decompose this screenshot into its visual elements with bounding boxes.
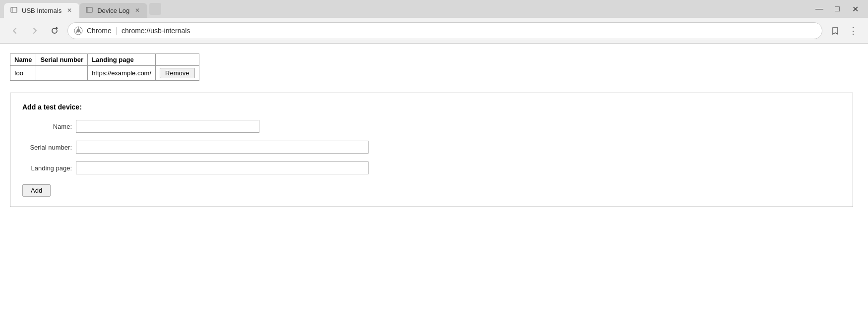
landing-input[interactable] bbox=[76, 161, 369, 174]
device-table: Name Serial number Landing page foo http… bbox=[10, 53, 199, 81]
minimize-button[interactable]: — bbox=[814, 4, 824, 13]
tab-icon-device-log bbox=[85, 6, 93, 14]
tab-icon-usb-internals bbox=[10, 6, 18, 14]
bookmark-button[interactable] bbox=[828, 24, 842, 38]
cell-name: foo bbox=[10, 66, 36, 81]
menu-button[interactable]: ⋮ bbox=[846, 24, 860, 38]
cell-landing: https://example.com/ bbox=[88, 66, 156, 81]
url-brand-label: Chrome bbox=[87, 27, 112, 35]
cell-action: Remove bbox=[156, 66, 199, 81]
tab-usb-internals-close[interactable]: ✕ bbox=[65, 6, 73, 14]
forward-button[interactable] bbox=[28, 24, 42, 38]
svg-rect-2 bbox=[86, 7, 92, 12]
maximize-button[interactable]: □ bbox=[832, 4, 842, 13]
add-button[interactable]: Add bbox=[22, 184, 51, 197]
back-button[interactable] bbox=[8, 24, 22, 38]
title-bar: USB Internals ✕ Device Log ✕ — □ ✕ bbox=[0, 0, 868, 18]
page-content: Name Serial number Landing page foo http… bbox=[0, 44, 868, 319]
tab-device-log[interactable]: Device Log ✕ bbox=[79, 3, 147, 18]
table-row: foo https://example.com/ Remove bbox=[10, 66, 199, 81]
col-header-serial: Serial number bbox=[36, 54, 88, 66]
remove-button[interactable]: Remove bbox=[160, 68, 194, 78]
address-bar-actions: ⋮ bbox=[828, 24, 860, 38]
tab-device-log-label: Device Log bbox=[97, 7, 129, 14]
tab-usb-internals[interactable]: USB Internals ✕ bbox=[4, 3, 79, 18]
new-tab-button[interactable] bbox=[149, 3, 161, 15]
add-device-box: Add a test device: Name: Serial number: … bbox=[10, 93, 853, 207]
chrome-logo-icon bbox=[74, 26, 83, 35]
serial-label: Serial number: bbox=[22, 144, 72, 151]
serial-input[interactable] bbox=[76, 141, 369, 154]
url-bar[interactable]: Chrome | chrome://usb-internals bbox=[67, 22, 822, 39]
url-separator: | bbox=[116, 26, 118, 35]
name-input[interactable] bbox=[76, 120, 259, 133]
window-controls: — □ ✕ bbox=[814, 4, 864, 14]
serial-row: Serial number: bbox=[22, 141, 841, 154]
landing-row: Landing page: bbox=[22, 161, 841, 174]
name-row: Name: bbox=[22, 120, 841, 133]
tab-device-log-close[interactable]: ✕ bbox=[133, 6, 141, 14]
col-header-landing: Landing page bbox=[88, 54, 156, 66]
col-header-name: Name bbox=[10, 54, 36, 66]
svg-rect-0 bbox=[11, 7, 17, 12]
landing-label: Landing page: bbox=[22, 164, 72, 172]
tab-usb-internals-label: USB Internals bbox=[22, 7, 62, 14]
close-button[interactable]: ✕ bbox=[850, 4, 860, 14]
cell-serial bbox=[36, 66, 88, 81]
name-label: Name: bbox=[22, 123, 72, 130]
address-bar: Chrome | chrome://usb-internals ⋮ bbox=[0, 18, 868, 44]
url-text: chrome://usb-internals bbox=[122, 27, 816, 35]
col-header-action bbox=[156, 54, 199, 66]
reload-button[interactable] bbox=[48, 24, 62, 38]
add-device-title: Add a test device: bbox=[22, 103, 841, 111]
